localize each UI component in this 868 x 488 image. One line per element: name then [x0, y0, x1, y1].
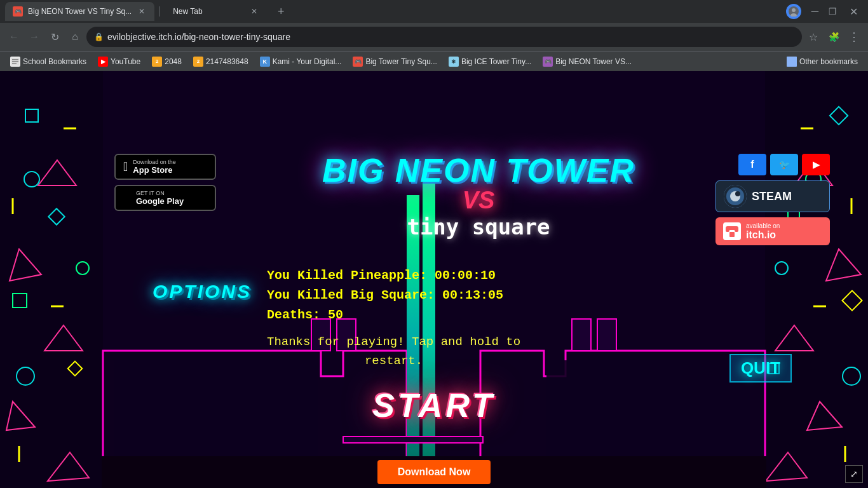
close-button[interactable]: ✕ — [844, 4, 863, 19]
stat-deaths: Deaths: 50 — [267, 308, 520, 322]
steam-button[interactable]: STEAM — [715, 180, 830, 212]
svg-rect-51 — [343, 437, 483, 443]
platform-buttons-left:  Download on the App Store ▶ GET IT ON … — [114, 154, 216, 211]
extensions-button[interactable]: 🧩 — [825, 28, 843, 46]
svg-point-55 — [735, 191, 740, 196]
bookmark-kami[interactable]: K Kami - Your Digital... — [255, 54, 347, 69]
thanks-line2: restart. — [365, 354, 423, 368]
bookmark-favicon-icetower: ❄ — [449, 57, 459, 67]
steam-label: STEAM — [752, 190, 792, 203]
tab-active-favicon: 🎮 — [13, 6, 23, 17]
svg-rect-45 — [572, 319, 591, 351]
bookmark-youtube[interactable]: ▶ YouTube — [93, 54, 146, 69]
bookmark-favicon-youtube: ▶ — [98, 57, 108, 67]
stats-panel: You Killed Pineapple: 00:00:10 You Kille… — [267, 268, 520, 371]
quit-label: QUIT — [729, 354, 792, 383]
svg-rect-16 — [25, 109, 38, 122]
bookmarks-bar: School Bookmarks ▶ YouTube 2 2048 2 2147… — [0, 51, 868, 71]
itchio-button[interactable]: available on itch.io — [715, 217, 830, 245]
bookmark-favicon-neontower: 🎮 — [543, 57, 553, 67]
bookmark-icetower[interactable]: ❄ Big ICE Tower Tiny... — [444, 54, 536, 69]
google-play-button[interactable]: ▶ GET IT ON Google Play — [114, 185, 216, 211]
address-text: evilobjective.itch.io/big-neon-tower-tin… — [107, 32, 794, 42]
svg-marker-14 — [6, 402, 35, 430]
tab-separator — [159, 6, 160, 17]
lock-icon: 🔒 — [94, 32, 104, 41]
fullscreen-button[interactable]: ⤢ — [845, 465, 863, 483]
menu-button[interactable]: ⋮ — [845, 28, 863, 46]
bookmark-other[interactable]: Other bookmarks — [782, 55, 863, 68]
tab-inactive[interactable]: New Tab ✕ — [165, 2, 267, 21]
options-label: OPTIONS — [153, 281, 252, 302]
svg-point-38 — [843, 367, 860, 385]
social-buttons-row: f 🐦 ▶ — [738, 154, 830, 175]
svg-marker-28 — [826, 249, 861, 281]
svg-marker-11 — [38, 160, 76, 186]
svg-rect-6 — [12, 63, 17, 64]
profile-icon[interactable] — [786, 4, 801, 19]
game-title-area: BIG NEON TOWER VS tiny square — [267, 154, 690, 240]
svg-rect-46 — [597, 319, 616, 351]
svg-marker-13 — [44, 325, 83, 351]
tab-inactive-close[interactable]: ✕ — [249, 6, 259, 17]
bookmark-label-bigtower: Big Tower Tiny Squ... — [365, 57, 437, 66]
download-button[interactable]: Download Now — [377, 460, 491, 484]
svg-rect-8 — [0, 71, 103, 488]
youtube-button[interactable]: ▶ — [802, 154, 830, 175]
google-play-icon: ▶ — [123, 192, 131, 204]
svg-marker-30 — [807, 402, 842, 430]
tab-active-title: Big NEON Tower VS Tiny Sq... — [28, 7, 132, 16]
thanks-message: Thanks for playing! Tap and hold to rest… — [267, 332, 520, 371]
bookmark-neontower[interactable]: 🎮 Big NEON Tower VS... — [538, 54, 637, 69]
stat-killed-big-square: You Killed Big Square: 00:13:05 — [267, 288, 520, 302]
svg-point-21 — [76, 262, 89, 274]
svg-rect-32 — [830, 107, 848, 125]
address-bar-row: ← → ↻ ⌂ 🔒 evilobjective.itch.io/big-neon… — [0, 23, 868, 51]
bookmark-2147[interactable]: 2 2147483648 — [188, 54, 254, 69]
bookmark-label-youtube: YouTube — [111, 57, 140, 66]
bookmark-favicon-2048: 2 — [152, 57, 162, 67]
bookmark-label-2147: 2147483648 — [206, 57, 248, 66]
svg-point-37 — [775, 262, 788, 274]
svg-marker-31 — [766, 452, 807, 481]
tab-active[interactable]: 🎮 Big NEON Tower VS Tiny Sq... ✕ — [5, 2, 154, 21]
folder-icon — [787, 57, 797, 67]
svg-rect-9 — [765, 71, 868, 488]
twitter-button[interactable]: 🐦 — [770, 154, 798, 175]
svg-point-1 — [792, 8, 796, 12]
svg-rect-17 — [48, 208, 64, 224]
facebook-button[interactable]: f — [738, 154, 766, 175]
new-tab-button[interactable]: + — [272, 3, 290, 20]
quit-button[interactable]: QUIT — [729, 354, 792, 383]
bookmark-button[interactable]: ☆ — [804, 28, 822, 46]
bookmark-favicon-2147: 2 — [193, 57, 203, 67]
tab-active-close[interactable]: ✕ — [137, 6, 147, 17]
refresh-button[interactable]: ↻ — [46, 28, 64, 46]
svg-rect-18 — [13, 294, 27, 308]
start-button[interactable]: START — [372, 386, 496, 424]
address-bar-container[interactable]: 🔒 evilobjective.itch.io/big-neon-tower-t… — [86, 27, 802, 47]
stat-killed-pineapple: You Killed Pineapple: 00:00:10 — [267, 268, 520, 283]
app-store-text: Download on the App Store — [133, 159, 176, 175]
app-store-button[interactable]:  Download on the App Store — [114, 154, 216, 180]
svg-marker-15 — [48, 452, 89, 481]
bookmark-bigtower[interactable]: 🎮 Big Tower Tiny Squ... — [348, 54, 442, 69]
steam-logo — [724, 185, 747, 208]
svg-rect-19 — [68, 362, 83, 376]
bookmark-2048[interactable]: 2 2048 — [147, 54, 187, 69]
svg-point-20 — [24, 172, 39, 187]
forward-button[interactable]: → — [25, 28, 43, 46]
bookmark-label-school: School Bookmarks — [23, 57, 86, 66]
options-button[interactable]: OPTIONS — [153, 281, 252, 302]
home-button[interactable]: ⌂ — [66, 28, 84, 46]
maximize-button[interactable]: ❐ — [826, 5, 839, 18]
minimize-button[interactable]: ─ — [809, 4, 821, 18]
download-label: Download Now — [398, 466, 471, 477]
bookmark-label-icetower: Big ICE Tower Tiny... — [461, 57, 531, 66]
itchio-logo — [723, 222, 741, 240]
back-button[interactable]: ← — [5, 28, 23, 46]
bookmark-label-neontower: Big NEON Tower VS... — [555, 57, 632, 66]
itchio-text: available on itch.io — [746, 222, 780, 241]
svg-point-22 — [17, 367, 34, 385]
bookmark-school[interactable]: School Bookmarks — [5, 54, 92, 69]
